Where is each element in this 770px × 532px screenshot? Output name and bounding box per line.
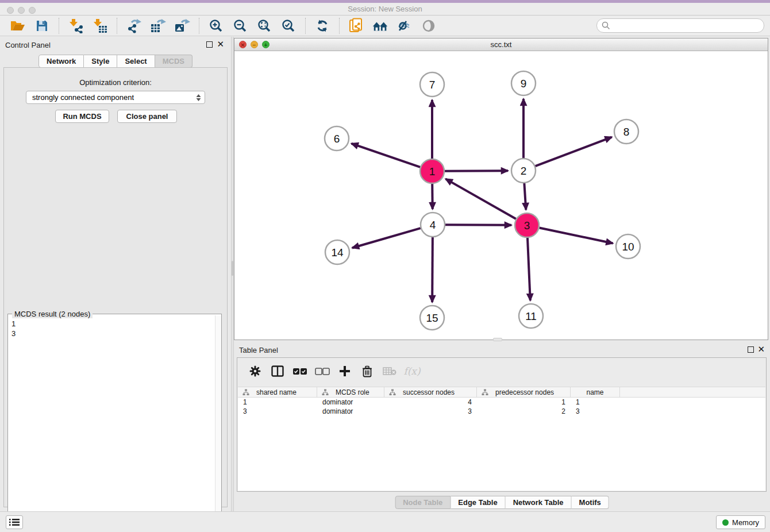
mcds-result-item: 1: [11, 319, 214, 329]
tab-style[interactable]: Style: [84, 55, 117, 68]
home-icon[interactable]: [372, 17, 389, 34]
close-panel-icon[interactable]: ✕: [217, 39, 224, 49]
graph-node-14[interactable]: 14: [325, 240, 349, 264]
graph-edge-1-6[interactable]: [352, 144, 421, 167]
table-panel-tabs: Node Table Edge Table Network Table Moti…: [395, 496, 609, 509]
search-field[interactable]: [596, 18, 764, 33]
cell-mcds-role[interactable]: dominator: [317, 398, 384, 407]
graph-edge-4-14[interactable]: [352, 228, 421, 248]
graph-edge-2-8[interactable]: [536, 137, 612, 167]
graph-node-8[interactable]: 8: [614, 119, 638, 144]
close-table-panel-icon[interactable]: ✕: [757, 344, 765, 354]
graph-node-9[interactable]: 9: [511, 71, 536, 95]
graph-node-15[interactable]: 15: [420, 306, 444, 330]
tab-network-table[interactable]: Network Table: [506, 496, 572, 509]
memory-button[interactable]: Memory: [716, 515, 765, 529]
settings-gear-icon[interactable]: [248, 364, 263, 379]
svg-text:2: 2: [521, 165, 527, 177]
graph-edge-2-3[interactable]: [524, 183, 526, 210]
cell-predecessor-nodes[interactable]: 1: [477, 398, 571, 407]
table-row[interactable]: 3 dominator 3 2 3: [238, 407, 765, 416]
export-image-icon[interactable]: [174, 17, 191, 34]
graph-node-11[interactable]: 11: [519, 304, 543, 328]
graph-edge-4-15[interactable]: [432, 237, 433, 302]
network-close-icon[interactable]: ✕: [239, 41, 247, 48]
graph-edge-3-11[interactable]: [528, 238, 530, 300]
graph-node-3[interactable]: 3: [515, 213, 539, 237]
open-session-icon[interactable]: [9, 17, 26, 34]
graph-edge-4-3[interactable]: [445, 225, 511, 225]
export-network-icon[interactable]: [125, 17, 143, 34]
horizontal-splitter-handle[interactable]: [493, 338, 502, 341]
table-row[interactable]: 1 dominator 4 1 1: [238, 398, 765, 407]
import-network-icon[interactable]: [67, 17, 84, 34]
column-header-name[interactable]: name: [571, 387, 620, 397]
maximize-window-button[interactable]: [29, 7, 36, 14]
minimize-window-button[interactable]: [18, 7, 25, 14]
clone-network-icon[interactable]: [348, 17, 365, 34]
splitter-handle[interactable]: [232, 261, 233, 276]
select-all-icon[interactable]: [292, 364, 307, 379]
close-window-button[interactable]: [7, 7, 14, 14]
table-toolbar: f(x): [237, 358, 766, 384]
cell-mcds-role[interactable]: dominator: [317, 407, 384, 416]
memory-status-icon: [722, 519, 729, 526]
zoom-in-icon[interactable]: [207, 17, 225, 34]
network-maximize-icon[interactable]: +: [262, 41, 270, 48]
tab-node-table[interactable]: Node Table: [395, 496, 451, 509]
graph-edge-3-10[interactable]: [540, 228, 613, 244]
graph-node-6[interactable]: 6: [325, 126, 349, 151]
zoom-selected-icon[interactable]: [280, 17, 297, 34]
table-panel-title: Table Panel: [239, 346, 278, 354]
network-minimize-icon[interactable]: −: [251, 41, 258, 48]
zoom-out-icon[interactable]: [232, 17, 249, 34]
result-scrollbar[interactable]: [215, 315, 221, 530]
task-history-button[interactable]: [6, 515, 23, 529]
network-graph[interactable]: 7968124314101511: [234, 51, 768, 340]
cell-shared-name[interactable]: 3: [238, 407, 317, 416]
graph-edge-3-1[interactable]: [445, 179, 515, 219]
svg-text:8: 8: [623, 126, 630, 138]
delete-row-trash-icon[interactable]: [360, 364, 375, 379]
run-mcds-button[interactable]: Run MCDS: [55, 110, 109, 123]
tab-select[interactable]: Select: [117, 55, 155, 68]
graph-node-1[interactable]: 1: [420, 159, 444, 183]
split-columns-icon[interactable]: [270, 364, 285, 379]
graph-node-7[interactable]: 7: [420, 72, 444, 97]
tab-edge-table[interactable]: Edge Table: [451, 496, 505, 509]
cell-predecessor-nodes[interactable]: 2: [477, 407, 571, 416]
network-window-titlebar[interactable]: ✕ − + scc.txt: [234, 38, 768, 51]
control-panel-tabs: Network Style Select MCDS: [0, 55, 231, 68]
close-panel-button[interactable]: Close panel: [117, 110, 177, 123]
optimization-criterion-dropdown[interactable]: strongly connected component: [26, 91, 205, 104]
zoom-fit-icon[interactable]: [256, 17, 273, 34]
import-table-icon[interactable]: [91, 17, 109, 34]
show-all-eye-icon[interactable]: [420, 17, 437, 34]
cell-shared-name[interactable]: 1: [238, 398, 317, 407]
column-header-predecessor-nodes[interactable]: predecessor nodes: [477, 387, 571, 397]
column-header-mcds-role[interactable]: MCDS role: [317, 387, 384, 397]
graph-node-10[interactable]: 10: [616, 234, 640, 259]
tab-mcds[interactable]: MCDS: [155, 55, 192, 68]
export-table-icon[interactable]: [149, 17, 167, 34]
graph-node-4[interactable]: 4: [421, 213, 445, 237]
cell-successor-nodes[interactable]: 3: [384, 407, 477, 416]
cell-name[interactable]: 3: [571, 407, 620, 416]
cell-successor-nodes[interactable]: 4: [384, 398, 477, 407]
deselect-all-icon[interactable]: [315, 364, 330, 379]
refresh-layout-icon[interactable]: [314, 17, 331, 34]
graph-node-2[interactable]: 2: [511, 159, 536, 183]
column-header-successor-nodes[interactable]: successor nodes: [384, 387, 477, 397]
tab-network[interactable]: Network: [38, 55, 84, 68]
float-table-panel-icon[interactable]: [748, 346, 754, 353]
add-row-icon[interactable]: [337, 364, 352, 379]
tab-motifs[interactable]: Motifs: [572, 496, 609, 509]
float-panel-icon[interactable]: [206, 41, 213, 48]
graph-edge-1-2[interactable]: [445, 171, 508, 171]
network-canvas[interactable]: 7968124314101511: [234, 51, 768, 340]
save-session-icon[interactable]: [33, 17, 51, 34]
column-header-shared-name[interactable]: shared name: [238, 387, 317, 397]
search-input[interactable]: [610, 20, 764, 32]
cell-name[interactable]: 1: [571, 398, 620, 407]
hide-selected-eye-icon[interactable]: [396, 17, 413, 34]
